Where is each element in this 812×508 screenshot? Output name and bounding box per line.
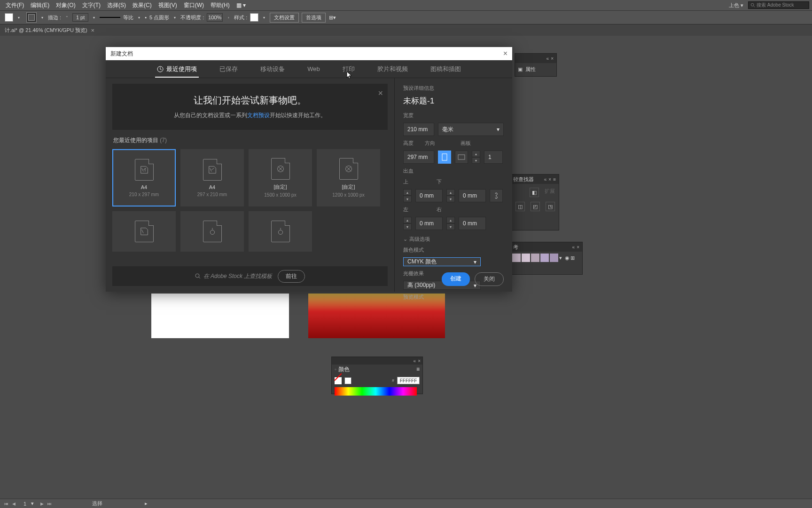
advanced-toggle[interactable]: ⌄高级选项 <box>403 236 504 243</box>
colorize-button[interactable]: 上色 ▾ <box>725 1 747 10</box>
panel-menu-icon[interactable]: ≡ <box>416 366 420 373</box>
document-tab[interactable]: 计.ai* @ 21.46% (CMYK/GPU 预览)× <box>0 24 99 36</box>
guide-sw-4[interactable] <box>540 254 549 262</box>
menu-file[interactable]: 文件(F) <box>3 0 27 10</box>
preset-card-3[interactable]: [自定]1200 x 1000 px <box>317 149 380 206</box>
close-button[interactable]: 关闭 <box>475 272 504 286</box>
edit-colors-icon[interactable]: ⊞ <box>570 255 575 261</box>
menu-effect[interactable]: 效果(C) <box>130 0 155 10</box>
stroke-swatch[interactable] <box>26 12 37 23</box>
artboard-num: 1 <box>23 501 26 507</box>
preset-card-4[interactable] <box>112 211 176 252</box>
pathfinder-op-c[interactable]: ◳ <box>546 202 555 211</box>
menu-object[interactable]: 对象(O) <box>53 0 78 10</box>
bleed-bottom[interactable]: 0 mm <box>459 189 486 202</box>
style-swatch[interactable] <box>250 13 258 22</box>
menu-edit[interactable]: 编辑(E) <box>28 0 52 10</box>
nav-first[interactable]: ⏮ <box>3 500 9 507</box>
link-bleed-icon[interactable] <box>490 189 503 202</box>
height-input[interactable]: 297 mm <box>403 151 434 164</box>
create-button[interactable]: 创建 <box>442 272 470 286</box>
stroke-profile[interactable] <box>100 17 120 18</box>
pathfinder-op-b[interactable]: ◰ <box>531 202 540 211</box>
guide-sw-3[interactable] <box>531 254 539 262</box>
none-swatch[interactable] <box>335 377 342 384</box>
presets-link[interactable]: 文档预设 <box>247 112 270 119</box>
tab-film[interactable]: 胶片和视频 <box>375 61 410 77</box>
white-swatch[interactable] <box>344 377 351 384</box>
menu-view[interactable]: 视图(V) <box>156 0 180 10</box>
dialog-close-icon[interactable]: × <box>503 49 508 58</box>
panel-menu-icon[interactable]: ≡ <box>553 177 556 182</box>
stroke-weight[interactable] <box>72 13 88 22</box>
bleed-left[interactable]: 0 mm <box>415 217 443 230</box>
status-bar: ⏮◀ 1▾ ▶⏭ 选择 ▸ <box>0 499 812 508</box>
stroke-dd[interactable]: ▾ <box>39 13 45 22</box>
guide-sw-2[interactable] <box>522 254 530 262</box>
banner-close-icon[interactable]: × <box>378 88 383 98</box>
prefs-button[interactable]: 首选项 <box>302 13 326 23</box>
preset-card-5[interactable] <box>180 211 244 252</box>
bleed-top[interactable]: 0 mm <box>415 189 443 202</box>
unit-select[interactable]: 毫米▾ <box>438 123 504 136</box>
preset-card-2[interactable]: [自定]1500 x 1000 px <box>249 149 312 206</box>
pathfinder-op-1[interactable]: ◧ <box>530 188 539 197</box>
pathfinder-label[interactable]: 径查找器 <box>513 176 534 183</box>
tab-saved[interactable]: 已保存 <box>218 61 240 77</box>
color-spectrum[interactable] <box>335 387 417 396</box>
svg-point-5 <box>210 230 214 234</box>
hex-input[interactable] <box>397 377 420 384</box>
color-tab[interactable]: 颜色 <box>338 365 350 373</box>
guide-sw-5[interactable] <box>550 254 558 262</box>
color-guide-label[interactable]: 考 <box>513 244 518 251</box>
menu-type[interactable]: 文字(T) <box>79 0 103 10</box>
menu-window[interactable]: 窗口(W) <box>181 0 207 10</box>
properties-label[interactable]: 属性 <box>525 66 536 73</box>
align-icon[interactable]: ⊞▾ <box>328 14 336 21</box>
preset-card-0[interactable]: A4210 x 297 mm <box>112 149 176 206</box>
panel-close-icon[interactable]: × <box>551 56 554 61</box>
pathfinder-op-a[interactable]: ◫ <box>515 202 525 211</box>
colormode-select[interactable]: CMYK 颜色▾ <box>403 257 481 266</box>
stock-search-field[interactable]: 在 Adobe Stock 上查找模板 <box>195 272 273 280</box>
nav-next[interactable]: ▶ <box>39 500 45 507</box>
nav-last[interactable]: ⏭ <box>46 500 53 507</box>
tab-web[interactable]: Web <box>305 62 322 76</box>
landscape-button[interactable] <box>455 151 468 164</box>
color-wheel-icon[interactable]: ◉ <box>565 255 570 261</box>
panel-collapse-icon[interactable]: « <box>547 56 549 61</box>
guide-sw-1[interactable] <box>512 254 521 262</box>
doc-setup-button[interactable]: 文档设置 <box>270 13 299 23</box>
nav-prev[interactable]: ◀ <box>10 500 17 507</box>
width-input[interactable]: 210 mm <box>403 123 434 136</box>
color-guide-panel: 考«× ▾ ◉ ⊞ <box>510 242 583 275</box>
portrait-button[interactable] <box>438 151 451 164</box>
tab-recent[interactable]: 最近使用项 <box>155 61 199 77</box>
tab-mobile[interactable]: 移动设备 <box>258 61 287 77</box>
menu-help[interactable]: 帮助(H) <box>208 0 233 10</box>
artboard-spin[interactable]: ▲▼ <box>472 151 480 164</box>
svg-point-6 <box>278 230 282 234</box>
control-bar: ▾ ▾ 描边 : ⌃▾ 等比▾ •5 点圆形▾ 不透明度 : › 样式 : ▾ … <box>0 10 812 24</box>
bleed-right[interactable]: 0 mm <box>459 217 486 230</box>
color-panel: «× ◦颜色≡ # <box>331 357 423 394</box>
close-tab-icon[interactable]: × <box>91 27 95 34</box>
fill-dd[interactable]: ▾ <box>16 13 22 22</box>
tab-print[interactable]: 打印 <box>341 61 357 77</box>
preset-card-6[interactable] <box>249 211 312 252</box>
expand-btn[interactable]: 扩展 <box>545 188 555 197</box>
opacity-value[interactable] <box>207 13 223 22</box>
arrange-docs-icon[interactable]: ▦ ▾ <box>234 1 249 9</box>
stock-search[interactable]: 搜索 Adobe Stock <box>748 1 809 9</box>
doc-name[interactable]: 未标题-1 <box>403 95 504 106</box>
dialog-title: 新建文档 <box>110 50 133 58</box>
tab-art[interactable]: 图稿和插图 <box>429 61 463 77</box>
preset-card-1[interactable]: A4297 x 210 mm <box>180 149 244 206</box>
preset-grid: A4210 x 297 mm A4297 x 210 mm [自定]1500 x… <box>112 149 388 252</box>
banner-text: 从您自己的文档设置或一系列文档预设开始以快速开始工作。 <box>131 111 369 119</box>
go-button[interactable]: 前往 <box>278 270 305 283</box>
menu-select[interactable]: 选择(S) <box>104 0 129 10</box>
artboard-count[interactable]: 1 <box>484 151 503 164</box>
fill-swatch[interactable] <box>5 13 13 22</box>
svg-rect-9 <box>442 154 447 160</box>
